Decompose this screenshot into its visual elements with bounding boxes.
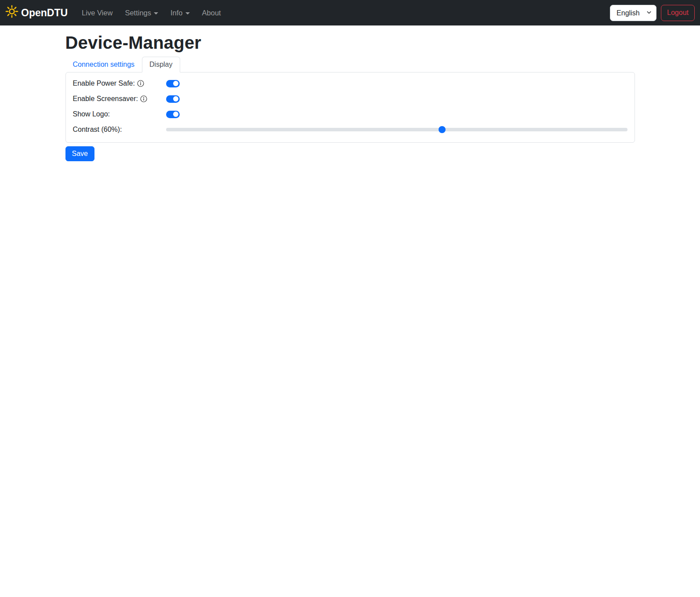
power-safe-label: Enable Power Safe: [73,80,135,87]
power-safe-control [166,80,627,87]
logout-button[interactable]: Logout [661,5,695,21]
screensaver-toggle[interactable] [166,95,180,103]
display-settings-card: Enable Power Safe: Enable Screensaver: [65,72,635,143]
nav-item-settings[interactable]: Settings [119,5,164,21]
caret-down-icon [185,12,190,14]
tab-connection-settings[interactable]: Connection settings [65,57,142,72]
nav-item-label: Settings [125,9,151,17]
tab-bar: Connection settings Display [65,57,635,72]
power-safe-toggle[interactable] [166,80,180,87]
nav-item-label: About [202,9,221,17]
caret-down-icon [154,12,158,14]
language-select[interactable]: English [610,5,656,21]
form-row-power-safe: Enable Power Safe: [73,80,627,87]
nav-links: Live View Settings Info About [76,5,610,21]
show-logo-toggle[interactable] [166,111,180,118]
nav-item-label: Live View [82,9,112,17]
sun-icon [5,5,18,21]
save-button[interactable]: Save [65,146,94,161]
info-icon[interactable] [137,80,144,87]
contrast-control [166,126,627,133]
show-logo-label-wrap: Show Logo: [73,110,166,118]
navbar: OpenDTU Live View Settings Info About En… [0,0,700,25]
language-select-wrap: English [610,5,656,21]
contrast-label-wrap: Contrast (60%): [73,126,166,134]
page-title: Device-Manager [65,33,635,53]
form-row-screensaver: Enable Screensaver: [73,95,627,103]
screensaver-control [166,95,627,103]
show-logo-control [166,111,627,118]
navbar-right: English Logout [610,5,695,21]
nav-item-label: Info [170,9,183,17]
contrast-slider[interactable] [166,126,627,133]
form-row-contrast: Contrast (60%): [73,126,627,134]
tab-display[interactable]: Display [142,57,180,72]
screensaver-label: Enable Screensaver: [73,95,138,103]
form-row-show-logo: Show Logo: [73,110,627,118]
show-logo-label: Show Logo: [73,110,110,118]
brand-link[interactable]: OpenDTU [5,5,68,21]
brand-label: OpenDTU [21,7,68,19]
nav-item-info[interactable]: Info [164,5,196,21]
nav-item-about[interactable]: About [196,5,227,21]
power-safe-label-wrap: Enable Power Safe: [73,80,166,87]
nav-item-live-view[interactable]: Live View [76,5,119,21]
contrast-label: Contrast (60%): [73,126,122,134]
screensaver-label-wrap: Enable Screensaver: [73,95,166,103]
info-icon[interactable] [140,95,147,102]
main-content: Device-Manager Connection settings Displ… [60,33,640,161]
